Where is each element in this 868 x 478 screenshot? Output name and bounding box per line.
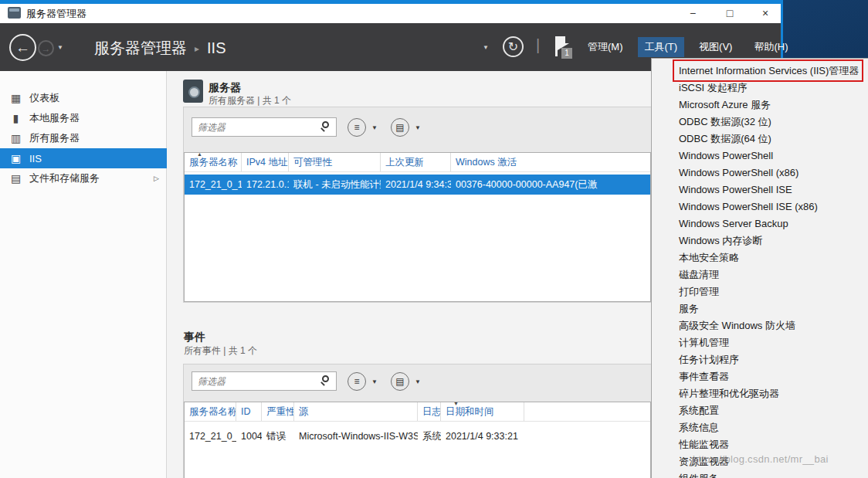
- column-header[interactable]: 服务器名称▲: [185, 153, 242, 171]
- tools-menu-item[interactable]: Windows PowerShell (x86): [652, 164, 868, 181]
- navbar-menu-管理(M)[interactable]: 管理(M): [581, 37, 630, 57]
- local-server-icon: ▮: [9, 112, 22, 124]
- sidebar-item-所有服务器[interactable]: ▥所有服务器: [0, 128, 167, 148]
- table-row[interactable]: 172_21_0_11172.21.0.11联机 - 未启动性能计数器2021/…: [185, 175, 650, 195]
- table-cell: 172_21_0_11: [185, 175, 242, 195]
- events-filter-input[interactable]: [192, 371, 337, 391]
- table-cell: 1004: [236, 426, 262, 446]
- forward-button[interactable]: →: [38, 40, 54, 56]
- tools-menu-item[interactable]: 系统配置: [652, 402, 868, 419]
- servers-section-icon: [183, 80, 203, 103]
- chevron-down-icon[interactable]: ▼: [415, 378, 421, 385]
- table-cell: 172_21_0_11: [185, 426, 236, 446]
- notification-count-badge[interactable]: 1: [561, 48, 572, 59]
- maximize-button[interactable]: □: [717, 5, 743, 22]
- column-header[interactable]: ID: [236, 402, 262, 421]
- search-icon: [319, 375, 333, 388]
- sidebar-item-IIS[interactable]: ▣IIS: [0, 148, 167, 168]
- tools-menu-item[interactable]: Windows PowerShell ISE (x86): [652, 198, 868, 215]
- chevron-down-icon[interactable]: ▼: [415, 124, 421, 131]
- save-query-button[interactable]: ▤: [391, 118, 409, 137]
- list-view-button[interactable]: ≡: [348, 118, 366, 137]
- tools-menu-item[interactable]: Microsoft Azure 服务: [652, 97, 868, 114]
- tools-menu-item[interactable]: Windows Server Backup: [652, 215, 868, 232]
- events-table: 服务器名称ID严重性源日志日期和时间▼172_21_0_111004错误Micr…: [184, 402, 651, 478]
- breadcrumb-current[interactable]: IIS: [207, 39, 225, 57]
- servers-table: 服务器名称▲IPv4 地址可管理性上次更新Windows 激活172_21_0_…: [184, 152, 651, 302]
- tools-menu-item[interactable]: 事件查看器: [652, 368, 868, 385]
- table-cell: 2021/1/4 9:33:21: [441, 426, 524, 446]
- table-cell: 联机 - 未启动性能计数器: [289, 175, 381, 195]
- tools-menu-item[interactable]: 组件服务: [652, 470, 868, 478]
- window-title: 服务器管理器: [26, 7, 86, 21]
- table-cell: 2021/1/4 9:34:33: [381, 175, 451, 195]
- tools-menu-item[interactable]: Windows 内存诊断: [652, 232, 868, 249]
- chevron-down-icon[interactable]: ▼: [483, 44, 489, 51]
- save-query-button[interactable]: ▤: [391, 372, 409, 391]
- column-header[interactable]: IPv4 地址: [242, 153, 289, 171]
- sidebar-item-label: 仪表板: [29, 91, 59, 105]
- expand-right-icon[interactable]: ▷: [154, 175, 159, 182]
- breadcrumb-separator-icon: ▸: [195, 43, 199, 54]
- chevron-down-icon[interactable]: ▼: [57, 44, 63, 51]
- list-view-button[interactable]: ≡: [348, 372, 366, 391]
- tools-menu-item[interactable]: ODBC 数据源(64 位): [652, 131, 868, 147]
- back-icon: ←: [15, 39, 30, 56]
- tools-menu-item[interactable]: 磁盘清理: [652, 266, 868, 283]
- navbar-menu-帮助(H)[interactable]: 帮助(H): [747, 37, 795, 57]
- column-header[interactable]: 源: [294, 402, 418, 421]
- breadcrumb: 服务器管理器 ▸ IIS: [94, 38, 225, 59]
- refresh-button[interactable]: ↻: [503, 36, 524, 57]
- sidebar: ▦仪表板▮本地服务器▥所有服务器▣IIS▤文件和存储服务▷: [0, 71, 167, 478]
- iis-icon: ▣: [9, 152, 22, 164]
- column-header[interactable]: 可管理性: [289, 153, 381, 171]
- table-cell: 00376-40000-00000-AA947(已激: [451, 175, 650, 195]
- column-header[interactable]: Windows 激活: [451, 153, 650, 171]
- table-header-row: 服务器名称ID严重性源日志日期和时间▼: [185, 402, 650, 422]
- navbar-menu-视图(V)[interactable]: 视图(V): [692, 37, 739, 57]
- server-manager-app-icon: [8, 7, 21, 19]
- tools-menu-item[interactable]: Windows PowerShell: [652, 147, 868, 164]
- column-header[interactable]: 服务器名称: [185, 402, 236, 421]
- column-header[interactable]: 日志: [418, 402, 441, 421]
- tools-dropdown-menu: Internet Information Services (IIS)管理器iS…: [651, 58, 868, 478]
- tools-menu-item[interactable]: 任务计划程序: [652, 351, 868, 368]
- navbar-menu-工具(T)[interactable]: 工具(T): [638, 37, 685, 57]
- table-cell: 172.21.0.11: [242, 175, 289, 195]
- table-cell: Microsoft-Windows-IIS-W3SVC: [294, 426, 418, 446]
- breadcrumb-root[interactable]: 服务器管理器: [94, 38, 187, 59]
- tools-menu-item[interactable]: 高级安全 Windows 防火墙: [652, 317, 868, 334]
- tools-menu-item[interactable]: 系统信息: [652, 419, 868, 436]
- tools-menu-item[interactable]: 本地安全策略: [652, 249, 868, 266]
- tools-menu-item[interactable]: Windows PowerShell ISE: [652, 181, 868, 198]
- column-header[interactable]: 日期和时间▼: [441, 402, 524, 421]
- sidebar-item-label: 所有服务器: [29, 131, 80, 145]
- chevron-down-icon[interactable]: ▼: [371, 124, 378, 131]
- servers-section-title: 服务器: [209, 81, 241, 95]
- tools-menu-item[interactable]: 服务: [652, 300, 868, 317]
- tools-menu-item[interactable]: 性能监视器: [652, 436, 868, 453]
- sidebar-item-文件和存储服务[interactable]: ▤文件和存储服务▷: [0, 168, 167, 188]
- minimize-button[interactable]: −: [680, 5, 706, 22]
- tools-menu-item[interactable]: ODBC 数据源(32 位): [652, 114, 868, 131]
- column-header[interactable]: 上次更新: [381, 153, 451, 171]
- tools-menu-item[interactable]: 打印管理: [652, 283, 868, 300]
- watermark: https://blog.csdn.net/mr__bai: [693, 453, 829, 465]
- refresh-icon: ↻: [508, 39, 518, 54]
- forward-icon: →: [42, 43, 51, 54]
- tools-menu-item[interactable]: iSCSI 发起程序: [652, 80, 868, 97]
- chevron-down-icon[interactable]: ▼: [371, 378, 378, 385]
- sort-desc-icon: ▼: [453, 402, 459, 406]
- servers-filter-input[interactable]: [192, 117, 337, 137]
- events-section-subtitle: 所有事件 | 共 1 个: [184, 344, 257, 358]
- close-button[interactable]: ×: [752, 5, 778, 22]
- tools-menu-item[interactable]: 碎片整理和优化驱动器: [652, 385, 868, 402]
- table-row[interactable]: 172_21_0_111004错误Microsoft-Windows-IIS-W…: [185, 426, 650, 446]
- servers-section-subtitle: 所有服务器 | 共 1 个: [209, 94, 291, 107]
- events-section-title: 事件: [184, 331, 205, 344]
- back-button[interactable]: ←: [9, 34, 36, 61]
- sidebar-item-本地服务器[interactable]: ▮本地服务器: [0, 108, 167, 128]
- column-header[interactable]: 严重性: [262, 402, 294, 421]
- sidebar-item-仪表板[interactable]: ▦仪表板: [0, 88, 167, 108]
- tools-menu-item[interactable]: 计算机管理: [652, 334, 868, 351]
